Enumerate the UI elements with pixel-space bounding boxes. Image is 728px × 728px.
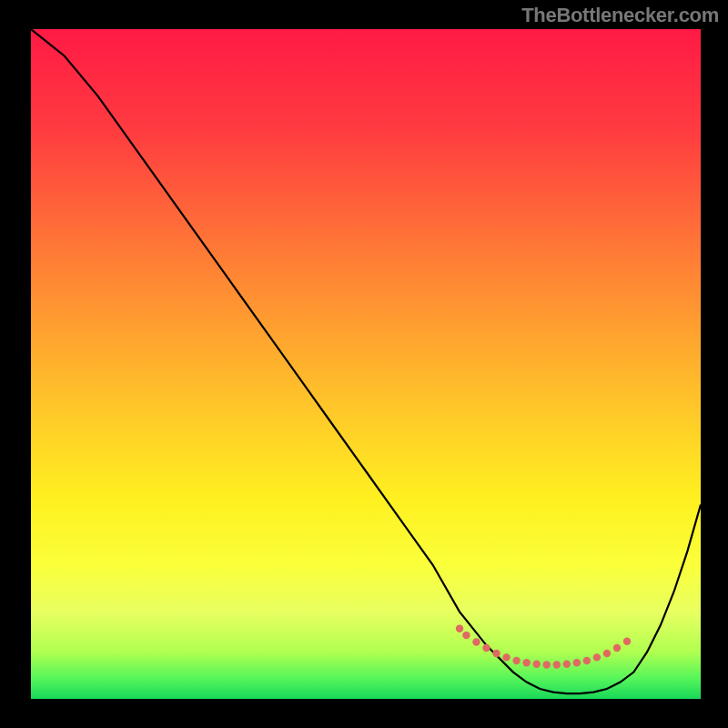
chart-marker-dot [532,661,540,668]
chart-marker-dot [603,650,611,657]
chart-marker-dot [482,644,490,652]
chart-background-gradient [31,29,701,699]
chart-marker-dot [553,661,561,668]
chart-marker-dot [462,632,470,639]
chart-marker-dot [522,659,530,666]
chart-marker-dot [593,653,601,661]
chart-marker-dot [613,644,621,652]
chart-marker-dot [472,638,480,645]
chart-plot-area [31,29,701,699]
chart-marker-dot [573,659,581,666]
chart-marker-dot [623,638,631,645]
chart-marker-dot [492,650,500,657]
attribution-text: TheBottlenecker.com [521,4,719,27]
chart-marker-dot [502,653,510,661]
chart-marker-dot [512,657,520,664]
chart-marker-dot [563,661,571,668]
chart-marker-dot [543,661,551,668]
chart-marker-dot [456,625,463,632]
chart-marker-dot [583,657,591,664]
chart-svg [31,29,701,699]
